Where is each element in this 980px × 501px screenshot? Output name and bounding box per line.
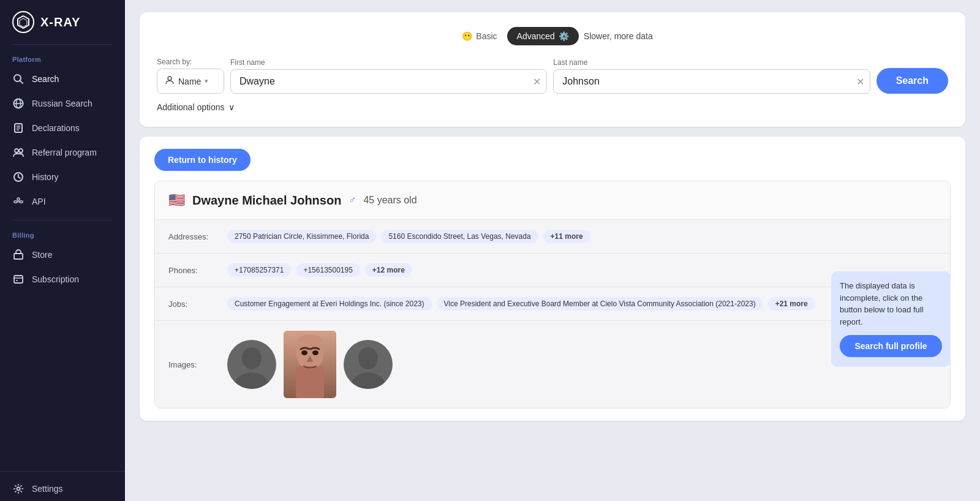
avatar-1 [227, 340, 276, 389]
search-by-select[interactable]: Name ▾ [157, 69, 224, 94]
svg-rect-14 [14, 201, 17, 203]
phones-tags: +17085257371 +15613500195 +12 more [227, 263, 412, 277]
phones-label: Phones: [168, 263, 217, 275]
additional-options-label: Additional options [157, 102, 225, 112]
sidebar-item-russian-search[interactable]: Russian Search [0, 91, 125, 116]
svg-point-29 [301, 350, 307, 355]
search-panel: 😶 Basic Advanced ⚙️ Slower, more data Se… [140, 12, 965, 127]
addresses-row: Addresses: 2750 Patrician Circle, Kissim… [155, 220, 950, 254]
advanced-label: Advanced [517, 31, 555, 41]
tag: Vice President and Executive Board Membe… [437, 297, 763, 311]
tag-more: +11 more [543, 230, 590, 243]
basic-emoji: 😶 [462, 31, 472, 41]
jobs-tags: Customer Engagement at Everi Holdings In… [227, 297, 815, 311]
first-name-input[interactable] [230, 69, 547, 94]
sidebar-bottom: Settings [0, 471, 125, 501]
jobs-label: Jobs: [168, 297, 217, 309]
search-full-profile-button[interactable]: Search full profile [840, 335, 942, 357]
sidebar-item-history[interactable]: History [0, 165, 125, 189]
search-button[interactable]: Search [876, 68, 948, 94]
gender-icon: ♂ [349, 195, 356, 206]
tag: Customer Engagement at Everi Holdings In… [227, 297, 432, 311]
images-label: Images: [168, 360, 217, 369]
last-name-label: Last name [553, 58, 870, 67]
billing-label: Billing [0, 220, 125, 243]
return-to-history-button[interactable]: Return to history [154, 149, 251, 171]
sidebar-item-referral[interactable]: Referral program [0, 140, 125, 165]
sidebar-item-search[interactable]: Search [0, 67, 125, 91]
last-name-input[interactable] [553, 69, 870, 94]
sidebar-item-store[interactable]: Store [0, 243, 125, 267]
mode-basic-button[interactable]: 😶 Basic [452, 27, 507, 45]
person-photo [284, 331, 336, 398]
mode-advanced-button[interactable]: Advanced ⚙️ [507, 27, 579, 45]
declarations-icon [12, 122, 24, 134]
svg-point-22 [17, 488, 20, 491]
sidebar-item-declarations[interactable]: Declarations [0, 116, 125, 140]
sidebar-item-settings[interactable]: Settings [0, 477, 125, 501]
search-by-label: Search by: [157, 58, 224, 66]
sidebar-item-subscription-label: Subscription [32, 274, 79, 284]
svg-line-3 [20, 81, 23, 84]
profile-header: 🇺🇸 Dwayne Michael Johnson ♂ 45 years old [155, 181, 950, 220]
first-name-wrap: ✕ [230, 69, 547, 94]
tag-more: +12 more [365, 263, 412, 277]
callout-box: The displayed data is incomplete, click … [831, 271, 951, 367]
sidebar-item-store-label: Store [32, 250, 52, 260]
history-icon [12, 171, 24, 183]
svg-point-12 [19, 149, 23, 153]
tag-more: +21 more [768, 297, 815, 311]
sidebar-item-russian-search-label: Russian Search [32, 99, 92, 108]
advanced-emoji: ⚙️ [559, 31, 569, 41]
additional-options[interactable]: Additional options ∨ [157, 102, 948, 112]
sidebar-item-api-label: API [32, 197, 46, 206]
svg-point-31 [298, 334, 322, 347]
subscription-icon [12, 273, 24, 285]
svg-rect-28 [296, 366, 324, 398]
logo: X-RAY [0, 0, 125, 44]
logo-text: X-RAY [40, 15, 80, 29]
svg-rect-15 [20, 201, 23, 203]
svg-marker-1 [20, 18, 27, 27]
profile-name: Dwayne Michael Johnson [192, 194, 341, 208]
settings-icon [12, 483, 24, 495]
svg-point-30 [312, 350, 318, 355]
svg-point-17 [17, 198, 20, 200]
last-name-wrap: ✕ [553, 69, 870, 94]
first-name-group: First name ✕ [230, 58, 547, 94]
sidebar-item-history-label: History [32, 172, 59, 182]
sidebar-item-search-label: Search [32, 74, 59, 84]
svg-point-11 [15, 149, 18, 153]
first-name-label: First name [230, 58, 547, 67]
sidebar-item-api[interactable]: API [0, 189, 125, 214]
globe-icon [12, 97, 24, 110]
svg-point-33 [351, 372, 385, 389]
first-name-clear-button[interactable]: ✕ [533, 76, 541, 88]
results-panel: Return to history 🇺🇸 Dwayne Michael John… [140, 137, 965, 421]
store-icon [12, 249, 24, 261]
platform-label: Platform [0, 45, 125, 67]
sidebar: X-RAY Platform Search Russian Search Dec… [0, 0, 125, 501]
svg-point-25 [235, 372, 269, 389]
logo-icon [12, 11, 34, 33]
chevron-down-icon: ▾ [205, 77, 208, 85]
sidebar-item-subscription[interactable]: Subscription [0, 267, 125, 292]
last-name-clear-button[interactable]: ✕ [856, 76, 864, 88]
person-icon [165, 75, 175, 87]
svg-rect-19 [14, 276, 23, 283]
sidebar-item-referral-label: Referral program [32, 148, 97, 157]
callout-content: The displayed data is incomplete, click … [831, 271, 951, 367]
flag-icon: 🇺🇸 [168, 192, 185, 208]
svg-point-32 [358, 347, 378, 369]
callout-text: The displayed data is incomplete, click … [840, 280, 942, 328]
profile-age: 45 years old [363, 195, 417, 206]
avatar-head-1 [227, 340, 276, 389]
tag: 2750 Patrician Circle, Kissimmee, Florid… [227, 230, 376, 243]
tag: 5160 Escondido Street, Las Vegas, Nevada [381, 230, 538, 243]
images-grid [227, 331, 393, 398]
addresses-tags: 2750 Patrician Circle, Kissimmee, Florid… [227, 230, 590, 243]
chevron-down-icon: ∨ [228, 102, 235, 112]
svg-point-23 [168, 77, 172, 80]
sidebar-item-declarations-label: Declarations [32, 123, 80, 133]
referral-icon [12, 146, 24, 159]
